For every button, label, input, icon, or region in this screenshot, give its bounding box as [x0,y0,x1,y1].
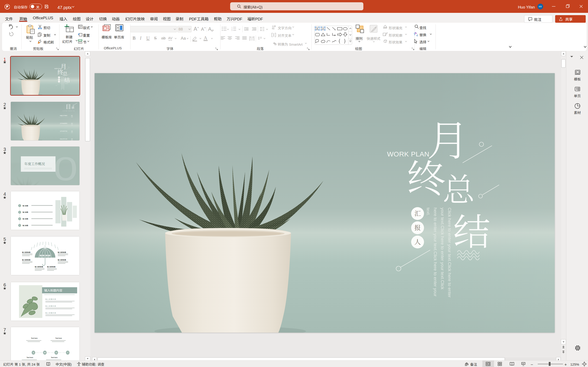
svg-text:年度工作概况: 年度工作概况 [24,161,45,166]
svg-text:输入标题: 输入标题 [22,211,28,213]
svg-text:输入您的标题: 输入您的标题 [22,251,31,253]
svg-text:输入标题: 输入标题 [22,205,28,207]
svg-text:Text here: Text here [31,337,38,339]
svg-text:输入标题内容: 输入标题内容 [44,288,62,292]
svg-text:AV: AV [168,36,173,40]
svg-text:A: A [322,27,324,30]
svg-text:工作完成情况: 工作完成情况 [60,123,67,124]
svg-text:输入您的标题: 输入您的标题 [58,251,66,253]
svg-text:1: 1 [232,27,233,28]
svg-text:1: 1 [19,205,20,206]
svg-text:03: 03 [71,130,73,132]
svg-text:输入标题: 输入标题 [22,218,28,220]
svg-text:输入您的标题: 输入您的标题 [35,266,43,268]
svg-text:工作存在不足: 工作存在不足 [60,130,67,132]
svg-text:录: 录 [71,105,74,110]
svg-text:3: 3 [19,218,20,219]
svg-text:年度工作概况: 年度工作概况 [60,115,67,117]
svg-text:S: S [33,352,34,354]
svg-text:输 入 标 题 内 容: 输 入 标 题 内 容 [45,298,56,300]
svg-text:04: 04 [71,138,73,140]
svg-text:输 入 标 题 内 容: 输 入 标 题 内 容 [45,305,56,307]
svg-text:3: 3 [232,30,233,31]
svg-text:0: 0 [53,150,78,185]
svg-text:输入您的标题: 输入您的标题 [47,266,56,268]
svg-text:2: 2 [19,211,20,213]
svg-text:Text here: Text here [27,357,33,358]
svg-text:Text here: Text here [51,357,58,358]
svg-text:A: A [274,25,276,27]
svg-text:W: W [44,352,46,354]
svg-text:02: 02 [71,123,73,124]
svg-text:C O N T E N T S: C O N T E N T S [63,110,75,111]
svg-text:T: T [67,352,69,354]
svg-text:输入您的标题: 输入您的标题 [58,259,66,261]
svg-text:输 入 标 题 内 容: 输 入 标 题 内 容 [45,312,56,314]
svg-text:Text here: Text here [55,337,62,339]
svg-text:A: A [317,27,318,30]
svg-text:01: 01 [71,115,73,116]
svg-text:输入您的标题: 输入您的标题 [22,259,31,261]
svg-text:输入标题: 输入标题 [22,224,28,226]
svg-text:目: 目 [65,102,71,110]
svg-text:未来工作计划: 未来工作计划 [60,138,67,140]
svg-text:O: O [56,352,57,354]
svg-text:4: 4 [19,225,20,226]
